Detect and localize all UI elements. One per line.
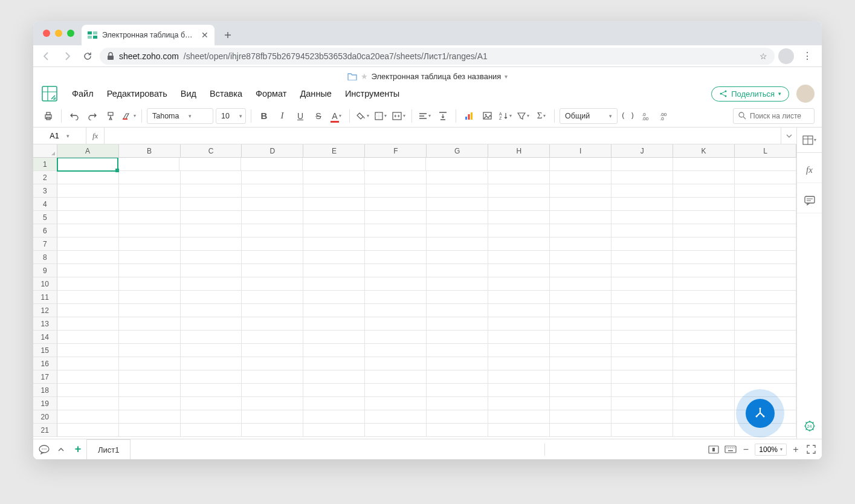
cell[interactable] [303,211,365,224]
cell[interactable] [427,237,488,251]
cell[interactable] [488,291,550,304]
cell[interactable] [242,251,303,264]
cell[interactable] [550,410,611,424]
row-header[interactable]: 21 [33,424,57,437]
cell[interactable] [611,264,673,277]
cell[interactable] [181,171,242,184]
column-header[interactable]: A [57,144,119,157]
cell[interactable] [57,184,119,198]
maximize-window-button[interactable] [67,30,74,37]
font-size-select[interactable]: 10▾ [216,108,246,124]
cell[interactable] [119,424,181,437]
bold-button[interactable]: B [256,108,272,124]
menu-tools[interactable]: Инструменты [339,86,405,101]
cell[interactable] [427,211,488,224]
cell[interactable] [673,211,735,224]
cell[interactable] [427,171,488,184]
sort-button[interactable]: AZ▾ [497,108,513,124]
increase-decimal-button[interactable]: .00.0 [656,108,672,124]
cell[interactable] [735,264,796,277]
row-header[interactable]: 2 [33,171,57,184]
cell[interactable] [427,198,488,211]
filter-button[interactable]: ▾ [515,108,531,124]
cell[interactable] [550,344,611,357]
cell[interactable] [427,251,488,264]
cell[interactable] [488,158,549,171]
cell[interactable] [427,291,488,304]
cell[interactable] [427,370,488,384]
cell[interactable] [181,224,242,237]
row-header[interactable]: 12 [33,304,57,317]
cell[interactable] [365,198,427,211]
cell[interactable] [303,344,365,357]
cell[interactable] [735,277,796,291]
cell[interactable] [550,158,611,171]
cell[interactable] [427,424,488,437]
cell[interactable] [735,184,796,198]
cell[interactable] [673,158,735,171]
menu-edit[interactable]: Редактировать [101,86,173,101]
cell[interactable] [611,224,673,237]
insert-image-button[interactable] [479,108,495,124]
cell[interactable] [735,344,796,357]
folder-icon[interactable] [347,73,357,80]
cell[interactable] [550,304,611,317]
cell[interactable] [303,317,365,331]
cell[interactable] [488,251,550,264]
cell[interactable] [303,291,365,304]
cell[interactable] [488,198,550,211]
sheet-tab[interactable]: Лист1 [86,439,131,459]
column-header[interactable]: D [242,144,303,157]
cell[interactable] [673,344,735,357]
cell[interactable] [119,277,181,291]
cell[interactable] [673,397,735,410]
cell[interactable] [57,251,119,264]
cell[interactable] [673,224,735,237]
cell[interactable] [181,331,242,344]
cell[interactable] [119,410,181,424]
row-header[interactable]: 7 [33,237,57,251]
cell[interactable] [735,291,796,304]
underline-button[interactable]: U [292,108,308,124]
cell[interactable] [119,224,181,237]
menu-view[interactable]: Вид [175,86,202,101]
title-dropdown-icon[interactable]: ▾ [505,73,508,80]
cell[interactable] [673,304,735,317]
row-header[interactable]: 18 [33,384,57,397]
cell[interactable] [488,237,550,251]
column-header[interactable]: G [427,144,488,157]
row-header[interactable]: 8 [33,251,57,264]
cell[interactable] [735,357,796,370]
column-header[interactable]: E [303,144,365,157]
cell[interactable] [57,317,119,331]
cell[interactable] [181,251,242,264]
spreadsheet-grid[interactable]: ABCDEFGHIJKL 123456789101112131415161718… [33,144,796,439]
menu-file[interactable]: Файл [66,86,100,101]
cell[interactable] [611,237,673,251]
font-select[interactable]: Tahoma▾ [147,108,213,124]
cell[interactable] [57,331,119,344]
cell[interactable] [550,357,611,370]
url-input[interactable]: sheet.zoho.com/sheet/open/ihjre878fb75b2… [100,48,775,65]
insert-chart-button[interactable] [461,108,477,124]
cell[interactable] [611,211,673,224]
row-header[interactable]: 16 [33,357,57,370]
formula-expand-button[interactable] [781,128,796,144]
app-logo-icon[interactable] [40,85,59,103]
undo-button[interactable] [66,108,82,124]
cell[interactable] [57,277,119,291]
cell[interactable] [242,344,303,357]
browser-menu-button[interactable]: ⋮ [798,50,817,62]
cell[interactable] [673,384,735,397]
cell[interactable] [119,344,181,357]
add-sheet-button[interactable]: + [69,441,86,458]
share-button[interactable]: Поделиться ▾ [711,86,789,102]
cell[interactable] [179,158,241,171]
horizontal-align-button[interactable]: ▾ [417,108,433,124]
cell[interactable] [365,224,427,237]
cell[interactable] [488,424,550,437]
column-header[interactable]: K [673,144,735,157]
cell[interactable] [303,264,365,277]
cell[interactable] [119,251,181,264]
cell[interactable] [488,317,550,331]
